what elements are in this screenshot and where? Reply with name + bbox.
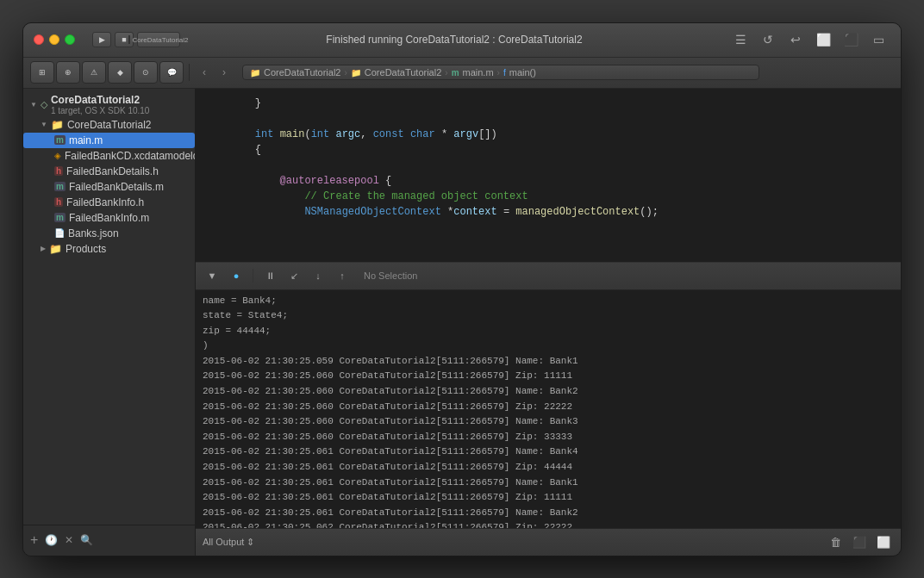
sidebar-item-failedbank-details-h[interactable]: h FailedBankDetails.h [23, 164, 195, 179]
file-banks-json-label: Banks.json [68, 227, 119, 239]
breadcrumb-item-1[interactable]: 📁 CoreDataTutorial2 [250, 67, 340, 78]
maximize-button[interactable] [65, 34, 75, 45]
sidebar-item-banks-json[interactable]: 📄 Banks.json [23, 226, 195, 241]
environment-button[interactable]: ⊙ [134, 61, 158, 84]
play-button[interactable]: ▶ [92, 32, 111, 47]
output-step-out-button[interactable]: ↑ [333, 267, 352, 284]
code-editor[interactable]: } int main(int argc, const char * argv[]… [196, 89, 901, 262]
products-expand-icon: ▶ [41, 245, 46, 252]
output-line-1: name = Bank4; [203, 294, 894, 309]
project-icon: ◇ [41, 99, 47, 110]
output-content[interactable]: name = Bank4; state = State4; zip = 4444… [196, 290, 901, 528]
output-toolbar: ▼ ● ⏸ ↙ ↓ ↑ No Selection [196, 263, 901, 290]
output-footer: All Output ⇕ 🗑 ⬛ ⬜ [196, 528, 901, 556]
sidebar-group-main: ▼ 📁 CoreDataTutorial2 m main.m ◈ FailedB… [23, 117, 195, 241]
breadcrumb-item-2[interactable]: 📁 CoreDataTutorial2 [351, 67, 441, 78]
code-line-2 [196, 111, 901, 127]
output-line-12: 2015-06-02 21:30:25.061 CoreDataTutorial… [203, 460, 894, 475]
output-label[interactable]: All Output ⇕ [203, 537, 254, 548]
breadcrumb-sep-2: › [445, 68, 447, 78]
project-target: 1 target, OS X SDK 10.10 [51, 106, 150, 115]
breadcrumb: 📁 CoreDataTutorial2 › 📁 CoreDataTutorial… [242, 65, 759, 80]
file-m-badge: m [54, 135, 66, 145]
xcode-window: ▶ ■ CoreDataTutorial2 Finished running C… [22, 22, 902, 556]
sidebar-item-failedbank-info-h[interactable]: h FailedBankInfo.h [23, 195, 195, 210]
file-datamodel-label: FailedBankCD.xcdatamodeld [65, 150, 195, 162]
code-line-1: } [196, 96, 901, 111]
file-mainm-label: main.m [69, 134, 103, 146]
nav-back-button[interactable]: ‹ [195, 63, 214, 82]
sidebar-group-products[interactable]: ▶ 📁 Products [23, 241, 195, 257]
sidebar-item-datamodel[interactable]: ◈ FailedBankCD.xcdatamodeld [23, 148, 195, 164]
grid-view-button[interactable]: ⊞ [30, 61, 54, 84]
output-pause-button[interactable]: ⏸ [260, 267, 279, 284]
output-step-into-button[interactable]: ↓ [309, 267, 328, 284]
output-toolbar-sep [253, 269, 253, 283]
output-expand-button[interactable]: ⬜ [873, 533, 894, 550]
breakpoint-button[interactable]: ◆ [108, 61, 132, 84]
source-control-button[interactable]: ⊕ [56, 61, 80, 84]
output-panel: ▼ ● ⏸ ↙ ↓ ↑ No Selection name = Bank4; s… [196, 263, 901, 556]
add-button[interactable]: + [30, 532, 38, 548]
single-editor-icon[interactable]: ⬜ [811, 31, 835, 48]
search-button[interactable]: 🔍 [80, 534, 93, 546]
output-line-2: state = State4; [203, 308, 894, 324]
output-line-6: 2015-06-02 21:30:25.060 CoreDataTutorial… [203, 369, 894, 384]
history-button[interactable]: 🕐 [45, 534, 58, 546]
output-step-over-button[interactable]: ↙ [284, 267, 303, 284]
split-editor-icon[interactable]: ⬛ [839, 31, 863, 48]
nav-forward-button[interactable]: › [215, 63, 234, 82]
close-button[interactable] [34, 34, 44, 45]
datamodel-icon: ◈ [54, 151, 61, 160]
sidebar: ▼ ◇ CoreDataTutorial2 1 target, OS X SDK… [23, 89, 196, 556]
output-line-7: 2015-06-02 21:30:25.060 CoreDataTutorial… [203, 384, 894, 400]
products-folder-icon: 📁 [49, 243, 62, 255]
minimize-button[interactable] [49, 34, 59, 45]
code-line-8: NSManagedObjectContext *context = manage… [196, 204, 901, 220]
stop-button[interactable]: ■ [115, 32, 134, 47]
output-trash-button[interactable]: 🗑 [825, 533, 846, 550]
breadcrumb-item-4[interactable]: f main() [503, 67, 536, 78]
file-info-h-label: FailedBankInfo.h [66, 196, 144, 208]
folder-icon-2: 📁 [351, 68, 361, 78]
output-split-button[interactable]: ⬛ [849, 533, 870, 550]
file-m-badge-2: m [54, 182, 66, 191]
file-h-badge: h [54, 166, 63, 176]
code-line-4: { [196, 142, 901, 158]
sidebar-project-header[interactable]: ▼ ◇ CoreDataTutorial2 1 target, OS X SDK… [23, 92, 195, 117]
titlebar-controls-left: ▶ ■ CoreDataTutorial2 [92, 32, 180, 47]
sidebar-bottom: + 🕐 ✕ 🔍 [23, 525, 195, 556]
nav-buttons: ‹ › [195, 63, 234, 82]
output-line-16: 2015-06-02 21:30:25.062 CoreDataTutorial… [203, 520, 894, 527]
speech-button[interactable]: 💬 [159, 61, 184, 84]
file-details-h-label: FailedBankDetails.h [66, 165, 159, 177]
project-expand-icon: ▼ [30, 101, 37, 109]
titlebar: ▶ ■ CoreDataTutorial2 Finished running C… [23, 23, 901, 58]
warning-button[interactable]: ⚠ [82, 61, 106, 84]
assistant-editor-icon[interactable]: ▭ [866, 31, 890, 48]
breadcrumb-item-3[interactable]: m main.m [452, 67, 494, 78]
sidebar-item-failedbank-info-m[interactable]: m FailedBankInfo.m [23, 210, 195, 226]
refresh-icon[interactable]: ↺ [756, 31, 780, 48]
folder-icon: 📁 [51, 119, 64, 131]
sidebar-toggle-icon[interactable]: ☰ [728, 31, 752, 48]
sidebar-item-mainm[interactable]: m main.m [23, 133, 195, 148]
code-line-5 [196, 158, 901, 173]
back-icon[interactable]: ↩ [784, 31, 808, 48]
scheme-display[interactable]: CoreDataTutorial2 [137, 32, 180, 47]
sidebar-item-failedbank-details-m[interactable]: m FailedBankDetails.m [23, 179, 195, 195]
code-line-7: // Create the managed object context [196, 189, 901, 204]
output-footer-buttons: 🗑 ⬛ ⬜ [825, 533, 894, 550]
group-expand-icon: ▼ [41, 121, 47, 128]
filter-button[interactable]: ✕ [65, 534, 73, 546]
breadcrumb-sep-3: › [497, 68, 500, 78]
toolbar-sep-1 [189, 64, 190, 81]
output-line-14: 2015-06-02 21:30:25.061 CoreDataTutorial… [203, 490, 894, 506]
products-label: Products [66, 243, 106, 255]
output-filter-button[interactable]: ▼ [203, 267, 222, 284]
output-debug-button[interactable]: ● [227, 267, 246, 284]
output-line-5: 2015-06-02 21:30:25.059 CoreDataTutorial… [203, 354, 894, 370]
traffic-lights [34, 34, 75, 45]
main-area: ▼ ◇ CoreDataTutorial2 1 target, OS X SDK… [23, 89, 901, 556]
sidebar-group-coredatatutorial2[interactable]: ▼ 📁 CoreDataTutorial2 [23, 117, 195, 133]
